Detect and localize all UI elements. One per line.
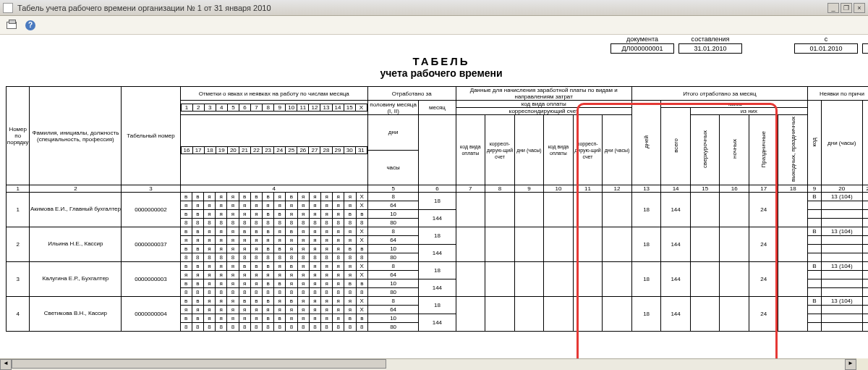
window-titlebar: Табель учета рабочего времени организаци… (0, 0, 868, 16)
help-icon: ? (25, 20, 35, 30)
print-button[interactable] (4, 18, 19, 33)
help-button[interactable]: ? (23, 18, 38, 33)
window-title: Табель учета рабочего времени организаци… (17, 4, 826, 12)
minimize-button[interactable]: _ (827, 3, 839, 13)
toolbar: ? (0, 16, 868, 35)
close-button[interactable]: × (854, 3, 865, 13)
document-icon (3, 3, 13, 13)
restore-button[interactable]: ❐ (841, 3, 852, 13)
printer-icon (7, 22, 17, 29)
